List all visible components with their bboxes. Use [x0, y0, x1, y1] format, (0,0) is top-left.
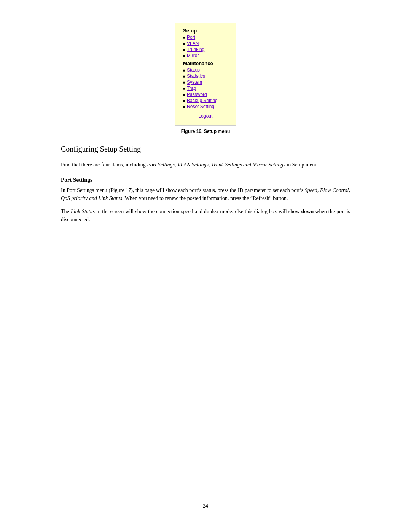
- bullet-mirror: ■: [183, 54, 185, 58]
- port-settings-heading: Port Settings: [61, 177, 92, 183]
- menu-item-trap: ■ Trap: [183, 86, 228, 91]
- menu-link-trunking[interactable]: Trunking: [187, 47, 204, 52]
- configuring-intro-paragraph: Find that there are four items, includin…: [61, 161, 350, 169]
- page-footer: 24: [61, 488, 350, 509]
- menu-item-vlan: ■ VLAN: [183, 41, 228, 46]
- p2-italic: Link Status: [71, 209, 95, 214]
- menu-link-system[interactable]: System: [187, 80, 202, 85]
- p1-suffix: . When you need to renew the posted info…: [122, 195, 288, 201]
- bullet-reset-setting: ■: [183, 105, 185, 109]
- port-settings-paragraph2: The Link Status in the screen will show …: [61, 208, 350, 224]
- p2-prefix: The: [61, 209, 71, 214]
- figure-caption: Figure 16. Setup menu: [181, 129, 230, 134]
- menu-item-password: ■ Password: [183, 92, 228, 97]
- port-settings-title-row: Port Settings: [61, 174, 350, 183]
- menu-item-mirror: ■ Mirror: [183, 53, 228, 58]
- bullet-system: ■: [183, 80, 185, 85]
- bullet-status: ■: [183, 68, 185, 72]
- menu-wrapper: Setup ■ Port ■ VLAN ■ Trunking ■ Mirror …: [61, 23, 350, 141]
- page-container: Setup ■ Port ■ VLAN ■ Trunking ■ Mirror …: [0, 0, 411, 532]
- menu-item-trunking: ■ Trunking: [183, 47, 228, 52]
- bullet-password: ■: [183, 93, 185, 97]
- menu-link-trap[interactable]: Trap: [187, 86, 196, 91]
- page-number: 24: [203, 503, 208, 509]
- menu-link-port[interactable]: Port: [187, 35, 195, 40]
- port-settings-paragraph1: In Port Settings menu (Figure 17), this …: [61, 186, 350, 202]
- menu-item-backup-setting: ■ Backup Setting: [183, 98, 228, 103]
- intro-text-italic: Port Settings, VLAN Settings, Trunk Sett…: [147, 162, 285, 168]
- menu-link-statistics[interactable]: Statistics: [187, 73, 205, 79]
- menu-item-status: ■ Status: [183, 67, 228, 73]
- bullet-vlan: ■: [183, 42, 185, 46]
- setup-section-title: Setup: [183, 28, 228, 34]
- configuring-section-heading: Configuring Setup Setting: [61, 145, 141, 153]
- menu-item-statistics: ■ Statistics: [183, 73, 228, 79]
- menu-link-reset-setting[interactable]: Reset Setting: [187, 104, 214, 109]
- p2-bold: down: [301, 209, 314, 214]
- bullet-statistics: ■: [183, 74, 185, 78]
- logout-link[interactable]: Logout: [199, 113, 213, 119]
- menu-item-port: ■ Port: [183, 35, 228, 40]
- p1-prefix: In Port Settings menu (Figure 17), this …: [61, 187, 305, 193]
- intro-text-prefix: Find that there are four items, includin…: [61, 162, 147, 168]
- menu-link-vlan[interactable]: VLAN: [187, 41, 199, 46]
- menu-link-backup-setting[interactable]: Backup Setting: [187, 98, 218, 103]
- intro-text-suffix: in Setup menu.: [285, 162, 319, 168]
- maintenance-section-title: Maintenance: [183, 61, 228, 66]
- menu-item-reset-setting: ■ Reset Setting: [183, 104, 228, 109]
- menu-box: Setup ■ Port ■ VLAN ■ Trunking ■ Mirror …: [175, 23, 236, 126]
- menu-logout: Logout: [183, 113, 228, 119]
- menu-link-password[interactable]: Password: [187, 92, 207, 97]
- menu-link-status[interactable]: Status: [187, 67, 200, 73]
- configuring-section-title-row: Configuring Setup Setting: [61, 145, 350, 155]
- menu-link-mirror[interactable]: Mirror: [187, 53, 199, 58]
- bullet-port: ■: [183, 35, 185, 40]
- bullet-trunking: ■: [183, 48, 185, 52]
- p2-middle: in the screen will show the connection s…: [95, 209, 301, 214]
- bullet-backup-setting: ■: [183, 99, 185, 103]
- footer-rule: [61, 500, 350, 500]
- bullet-trap: ■: [183, 86, 185, 91]
- menu-item-system: ■ System: [183, 80, 228, 85]
